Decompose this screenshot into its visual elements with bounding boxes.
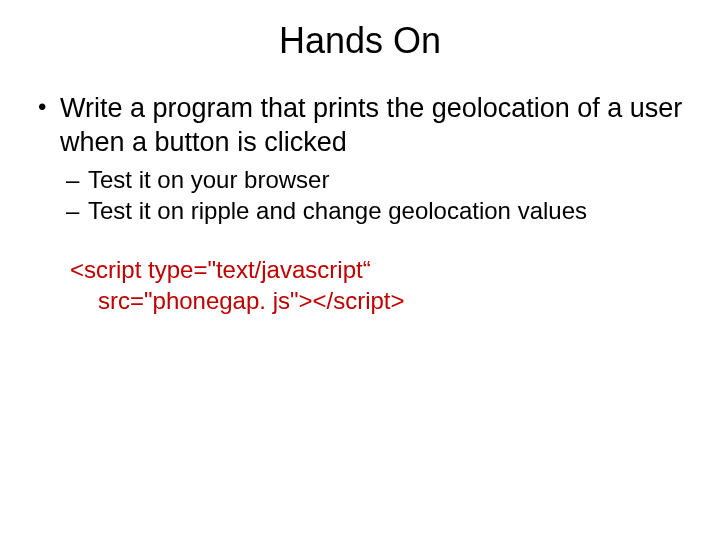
code-block: <script type="text/javascript“ src="phon… <box>70 254 690 316</box>
bullet-main-text: Write a program that prints the geolocat… <box>60 93 682 157</box>
slide-title: Hands On <box>0 0 720 72</box>
slide: Hands On Write a program that prints the… <box>0 0 720 540</box>
sub-bullet-2: Test it on ripple and change geolocation… <box>60 195 690 226</box>
sub-bullet-list: Test it on your browser Test it on rippl… <box>60 164 690 226</box>
slide-content: Write a program that prints the geolocat… <box>0 72 720 316</box>
code-line-2: src="phonegap. js"></script> <box>70 285 690 316</box>
sub-bullet-1: Test it on your browser <box>60 164 690 195</box>
bullet-main: Write a program that prints the geolocat… <box>30 92 690 226</box>
code-line-1: <script type="text/javascript“ <box>70 254 690 285</box>
bullet-list: Write a program that prints the geolocat… <box>30 92 690 226</box>
